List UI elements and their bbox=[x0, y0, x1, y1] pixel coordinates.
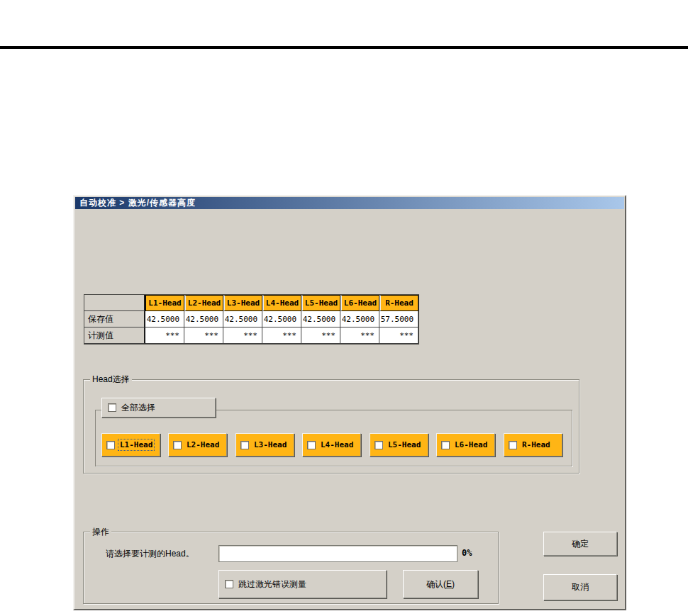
table-col-header: L6-Head bbox=[340, 295, 379, 311]
ok-button-label: 确定 bbox=[572, 538, 589, 550]
operation-group-label: 操作 bbox=[90, 527, 111, 537]
row-label: 保存值 bbox=[84, 311, 145, 327]
measured-value-cell: *** bbox=[262, 327, 301, 344]
saved-value-cell: 42.5000 bbox=[184, 311, 223, 327]
head-checkbox-l4[interactable] bbox=[307, 441, 316, 449]
head-button-label: L3-Head bbox=[253, 439, 288, 450]
saved-value-cell: 42.5000 bbox=[145, 311, 184, 327]
head-button-l5[interactable]: L5-Head bbox=[370, 433, 428, 457]
skip-laser-error-button[interactable]: 跳过激光错误测量 bbox=[218, 570, 387, 598]
select-head-prompt: 请选择要计测的Head。 bbox=[106, 545, 194, 562]
cancel-button[interactable]: 取消 bbox=[543, 574, 617, 600]
page-divider-rule bbox=[0, 46, 688, 49]
table-col-header: L5-Head bbox=[301, 295, 340, 311]
confirm-button-label: 确认(E) bbox=[426, 578, 455, 590]
measured-value-cell: *** bbox=[184, 327, 223, 344]
head-button-l3[interactable]: L3-Head bbox=[235, 433, 294, 457]
saved-value-cell: 42.5000 bbox=[223, 311, 262, 327]
head-checkbox-r[interactable] bbox=[509, 441, 517, 449]
head-checkbox-l2[interactable] bbox=[173, 441, 182, 449]
saved-value-cell: 42.5000 bbox=[340, 311, 379, 327]
table-col-header: L2-Head bbox=[184, 295, 223, 311]
calibration-dialog: 自动校准 > 激光/传感器高度 L1-Head L2-Head L3-Head … bbox=[73, 195, 626, 610]
measured-value-cell: *** bbox=[379, 327, 418, 344]
progress-percent-label: 0% bbox=[462, 545, 472, 562]
select-all-label: 全部选择 bbox=[121, 402, 155, 414]
select-all-button[interactable]: 全部选择 bbox=[101, 398, 216, 418]
head-checkbox-l5[interactable] bbox=[374, 441, 383, 449]
head-button-label: L2-Head bbox=[185, 439, 221, 450]
table-corner-cell bbox=[84, 295, 145, 311]
head-checkbox-l1[interactable] bbox=[106, 441, 115, 449]
head-button-l2[interactable]: L2-Head bbox=[168, 433, 227, 457]
table-col-header: L4-Head bbox=[262, 295, 301, 311]
saved-value-cell: 57.5000 bbox=[379, 311, 418, 327]
head-checkbox-l6[interactable] bbox=[441, 441, 450, 449]
head-select-group: Head选择 全部选择 L1-Head L2-Head L3-Head L4-H… bbox=[83, 379, 579, 474]
measured-value-cell: *** bbox=[340, 327, 379, 344]
head-button-l4[interactable]: L4-Head bbox=[302, 433, 361, 457]
head-button-l1[interactable]: L1-Head bbox=[101, 433, 160, 457]
head-button-label: L5-Head bbox=[387, 439, 422, 450]
head-checkbox-l3[interactable] bbox=[240, 441, 249, 449]
skip-laser-error-checkbox[interactable] bbox=[225, 580, 233, 588]
head-button-label: L6-Head bbox=[453, 439, 489, 450]
head-button-label: L4-Head bbox=[319, 439, 355, 450]
head-select-group-label: Head选择 bbox=[90, 374, 132, 384]
ok-button[interactable]: 确定 bbox=[543, 532, 617, 556]
saved-value-cell: 42.5000 bbox=[301, 311, 340, 327]
table-col-header: L1-Head bbox=[145, 295, 184, 311]
table-row-measured: 计测值 *** *** *** *** *** *** *** bbox=[84, 327, 418, 344]
measured-value-cell: *** bbox=[145, 327, 184, 344]
measure-progress-bar bbox=[218, 545, 457, 562]
head-values-table: L1-Head L2-Head L3-Head L4-Head L5-Head … bbox=[84, 294, 419, 345]
head-button-label: L1-Head bbox=[118, 439, 154, 450]
select-all-checkbox[interactable] bbox=[108, 403, 116, 412]
table-col-header: L3-Head bbox=[223, 295, 262, 311]
table-row-saved: 保存值 42.5000 42.5000 42.5000 42.5000 42.5… bbox=[84, 311, 418, 327]
table-col-header: R-Head bbox=[379, 295, 418, 311]
head-button-l6[interactable]: L6-Head bbox=[436, 433, 495, 457]
head-button-r[interactable]: R-Head bbox=[504, 433, 562, 457]
measured-value-cell: *** bbox=[223, 327, 262, 344]
cancel-button-label: 取消 bbox=[572, 581, 589, 593]
confirm-button[interactable]: 确认(E) bbox=[403, 570, 478, 598]
saved-value-cell: 42.5000 bbox=[262, 311, 301, 327]
head-button-label: R-Head bbox=[521, 439, 552, 450]
table-header-row: L1-Head L2-Head L3-Head L4-Head L5-Head … bbox=[84, 295, 418, 311]
measured-value-cell: *** bbox=[301, 327, 340, 344]
row-label: 计测值 bbox=[84, 327, 145, 344]
operation-group: 操作 请选择要计测的Head。 0% 跳过激光错误测量 确认(E) bbox=[83, 532, 499, 604]
dialog-title: 自动校准 > 激光/传感器高度 bbox=[75, 197, 624, 209]
skip-laser-error-label: 跳过激光错误测量 bbox=[238, 578, 306, 590]
